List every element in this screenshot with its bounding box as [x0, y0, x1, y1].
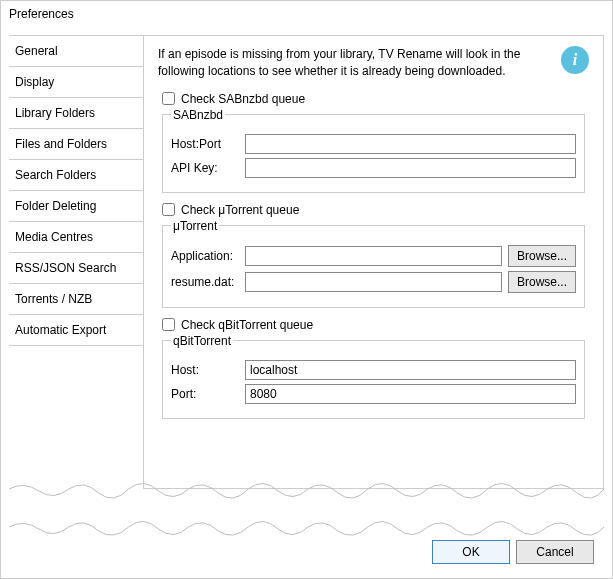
tab-torrents-nzb[interactable]: Torrents / NZB [9, 284, 143, 315]
sab-legend: SABnzbd [171, 108, 225, 122]
sab-api-label: API Key: [171, 161, 239, 175]
info-icon[interactable]: i [561, 46, 589, 74]
qbit-host-label: Host: [171, 363, 239, 377]
preferences-window: Preferences General Display Library Fold… [0, 0, 613, 579]
tab-search-folders[interactable]: Search Folders [9, 160, 143, 191]
check-sab-label: Check SABnzbd queue [181, 92, 305, 106]
dialog-buttons: OK Cancel [432, 540, 594, 564]
content-area: General Display Library Folders Files an… [1, 27, 612, 497]
tab-display[interactable]: Display [9, 67, 143, 98]
tab-media-centres[interactable]: Media Centres [9, 222, 143, 253]
intro-row: If an episode is missing from your libra… [158, 46, 589, 80]
intro-text: If an episode is missing from your libra… [158, 46, 551, 80]
check-qbit-row: Check qBitTorrent queue [162, 318, 589, 332]
sab-fieldset: SABnzbd Host:Port API Key: [162, 108, 585, 193]
settings-panel: If an episode is missing from your libra… [143, 35, 604, 489]
sab-api-input[interactable] [245, 158, 576, 178]
tab-automatic-export[interactable]: Automatic Export [9, 315, 143, 346]
tab-library-folders[interactable]: Library Folders [9, 98, 143, 129]
tab-folder-deleting[interactable]: Folder Deleting [9, 191, 143, 222]
utor-resume-browse-button[interactable]: Browse... [508, 271, 576, 293]
utor-resume-label: resume.dat: [171, 275, 239, 289]
check-sab-row: Check SABnzbd queue [162, 92, 589, 106]
cancel-button[interactable]: Cancel [516, 540, 594, 564]
qbit-port-label: Port: [171, 387, 239, 401]
qbit-host-input[interactable] [245, 360, 576, 380]
check-utor-label: Check μTorrent queue [181, 203, 299, 217]
window-title: Preferences [1, 1, 612, 27]
utor-app-input[interactable] [245, 246, 502, 266]
sab-host-label: Host:Port [171, 137, 239, 151]
utor-legend: μTorrent [171, 219, 219, 233]
utor-app-browse-button[interactable]: Browse... [508, 245, 576, 267]
utor-resume-input[interactable] [245, 272, 502, 292]
qbit-port-input[interactable] [245, 384, 576, 404]
tabs-list: General Display Library Folders Files an… [9, 35, 143, 489]
sab-host-input[interactable] [245, 134, 576, 154]
tab-general[interactable]: General [9, 35, 143, 67]
check-qbit-label: Check qBitTorrent queue [181, 318, 313, 332]
ok-button[interactable]: OK [432, 540, 510, 564]
check-utor-row: Check μTorrent queue [162, 203, 589, 217]
qbit-fieldset: qBitTorrent Host: Port: [162, 334, 585, 419]
tab-rss-json-search[interactable]: RSS/JSON Search [9, 253, 143, 284]
utor-app-label: Application: [171, 249, 239, 263]
qbit-legend: qBitTorrent [171, 334, 233, 348]
check-qbit[interactable] [162, 318, 175, 331]
tab-files-and-folders[interactable]: Files and Folders [9, 129, 143, 160]
utor-fieldset: μTorrent Application: Browse... resume.d… [162, 219, 585, 308]
check-utor[interactable] [162, 203, 175, 216]
check-sab[interactable] [162, 92, 175, 105]
